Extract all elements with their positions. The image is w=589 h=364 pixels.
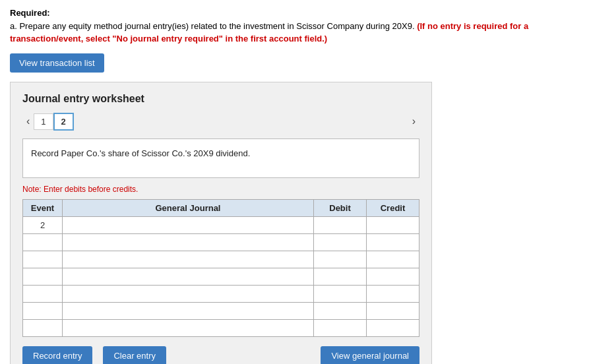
col-event: Event: [23, 199, 63, 216]
credit-input[interactable]: [367, 286, 419, 302]
debit-input[interactable]: [314, 234, 366, 251]
credit-cell[interactable]: [367, 302, 419, 319]
general-journal-input[interactable]: [63, 320, 313, 336]
table-row: [23, 285, 419, 302]
transaction-description: Record Paper Co.'s share of Scissor Co.'…: [22, 138, 419, 178]
debit-input[interactable]: [314, 286, 366, 302]
debit-input[interactable]: [314, 217, 366, 233]
credit-cell[interactable]: [367, 319, 419, 336]
credit-input[interactable]: [367, 303, 419, 319]
general-journal-cell[interactable]: [63, 216, 314, 233]
required-section: Required: a. Prepare any equity method j…: [10, 7, 579, 46]
general-journal-input[interactable]: [63, 303, 313, 319]
event-cell: [23, 285, 63, 302]
required-label: Required:: [10, 8, 50, 18]
action-buttons: Record entry Clear entry View general jo…: [22, 346, 419, 365]
general-journal-input[interactable]: [63, 234, 313, 251]
general-journal-cell[interactable]: [63, 285, 314, 302]
note-text: Note: Enter debits before credits.: [22, 185, 419, 194]
table-row: 2: [23, 216, 419, 233]
table-row: [23, 251, 419, 268]
debit-cell[interactable]: [314, 302, 367, 319]
clear-entry-button[interactable]: Clear entry: [103, 346, 166, 365]
col-debit: Debit: [314, 199, 367, 216]
event-cell: [23, 319, 63, 336]
event-cell: [23, 302, 63, 319]
table-row: [23, 319, 419, 336]
event-cell: [23, 251, 63, 268]
col-general-journal: General Journal: [63, 199, 314, 216]
general-journal-cell[interactable]: [63, 233, 314, 251]
credit-cell[interactable]: [367, 216, 419, 233]
credit-input[interactable]: [367, 268, 419, 285]
tab-1[interactable]: 1: [34, 113, 53, 130]
record-entry-button[interactable]: Record entry: [22, 346, 92, 365]
worksheet-title: Journal entry worksheet: [22, 93, 419, 105]
event-cell: [23, 233, 63, 251]
credit-cell[interactable]: [367, 251, 419, 268]
required-line-a: a. Prepare any equity method journal ent…: [10, 21, 415, 31]
general-journal-input[interactable]: [63, 268, 313, 285]
debit-cell[interactable]: [314, 216, 367, 233]
credit-input[interactable]: [367, 234, 419, 251]
journal-table: Event General Journal Debit Credit 2: [22, 199, 419, 337]
table-row: [23, 302, 419, 319]
debit-cell[interactable]: [314, 319, 367, 336]
table-row: [23, 233, 419, 251]
credit-cell[interactable]: [367, 268, 419, 285]
general-journal-cell[interactable]: [63, 268, 314, 285]
col-credit: Credit: [367, 199, 419, 216]
general-journal-cell[interactable]: [63, 319, 314, 336]
debit-input[interactable]: [314, 268, 366, 285]
credit-input[interactable]: [367, 320, 419, 336]
event-cell: [23, 268, 63, 285]
debit-input[interactable]: [314, 251, 366, 268]
journal-entry-worksheet: Journal entry worksheet ‹ 1 2 › Record P…: [10, 82, 432, 365]
general-journal-input[interactable]: [63, 286, 313, 302]
debit-input[interactable]: [314, 320, 366, 336]
tab-prev-arrow[interactable]: ‹: [22, 113, 34, 129]
general-journal-cell[interactable]: [63, 251, 314, 268]
credit-cell[interactable]: [367, 285, 419, 302]
tab-2[interactable]: 2: [53, 113, 74, 131]
credit-cell[interactable]: [367, 233, 419, 251]
tab-next-arrow[interactable]: ›: [408, 113, 419, 129]
general-journal-input[interactable]: [63, 251, 313, 268]
debit-cell[interactable]: [314, 233, 367, 251]
credit-input[interactable]: [367, 217, 419, 233]
general-journal-input[interactable]: [63, 217, 313, 233]
debit-cell[interactable]: [314, 285, 367, 302]
debit-input[interactable]: [314, 303, 366, 319]
credit-input[interactable]: [367, 251, 419, 268]
view-transaction-list-button[interactable]: View transaction list: [10, 53, 104, 73]
general-journal-cell[interactable]: [63, 302, 314, 319]
table-row: [23, 268, 419, 285]
tab-navigation: ‹ 1 2 ›: [22, 113, 419, 131]
view-general-journal-button[interactable]: View general journal: [321, 346, 419, 365]
debit-cell[interactable]: [314, 251, 367, 268]
debit-cell[interactable]: [314, 268, 367, 285]
event-cell: 2: [23, 216, 63, 233]
